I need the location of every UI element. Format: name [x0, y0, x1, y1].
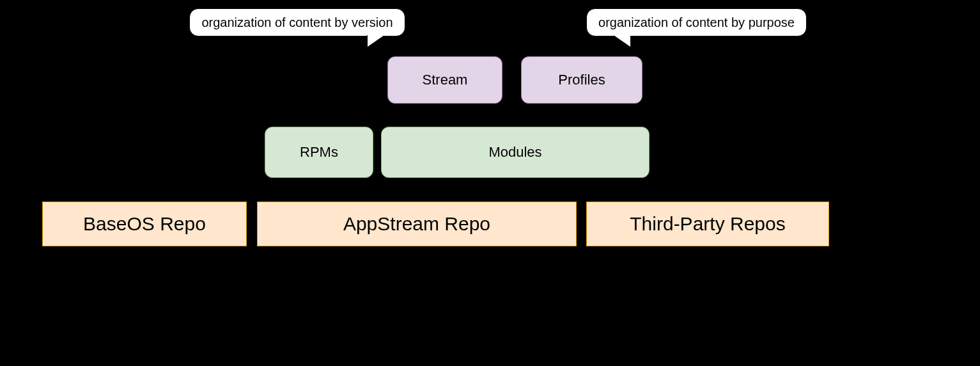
stream-callout-tail [368, 35, 384, 47]
rpms-label: RPMs [300, 144, 338, 161]
stream-callout: organization of content by version [189, 8, 405, 36]
thirdparty-repo-box: Third-Party Repos [586, 202, 829, 246]
profiles-callout-text: organization of content by purpose [598, 15, 795, 30]
baseos-repo-box: BaseOS Repo [42, 202, 247, 246]
profiles-box: Profiles [521, 56, 642, 104]
modules-label: Modules [488, 144, 541, 161]
modules-box: Modules [381, 127, 649, 178]
profiles-callout-tail [614, 35, 630, 47]
stream-label: Stream [423, 72, 468, 88]
stream-callout-text: organization of content by version [201, 15, 393, 30]
thirdparty-repo-label: Third-Party Repos [630, 213, 785, 235]
stream-box: Stream [387, 56, 502, 104]
rpms-box: RPMs [265, 127, 373, 178]
appstream-repo-label: AppStream Repo [343, 213, 490, 235]
appstream-repo-box: AppStream Repo [257, 202, 577, 246]
profiles-label: Profiles [558, 72, 605, 88]
profiles-callout: organization of content by purpose [586, 8, 807, 36]
baseos-repo-label: BaseOS Repo [83, 213, 206, 235]
